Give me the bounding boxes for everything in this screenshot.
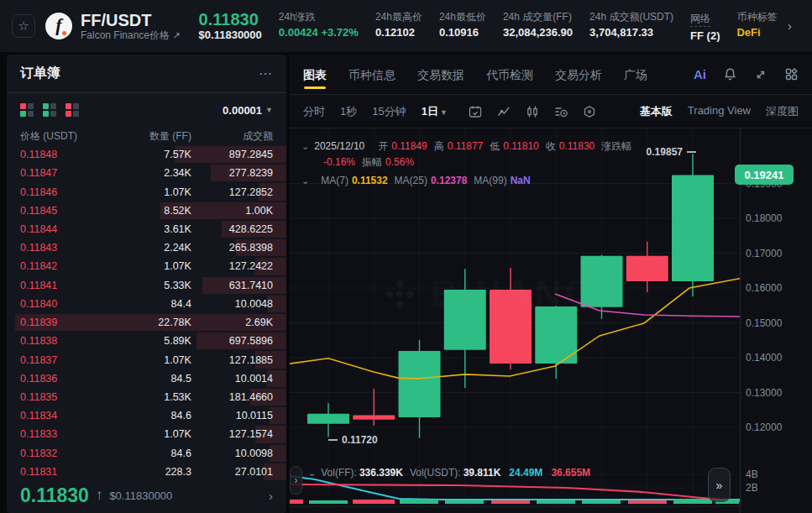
ask-qty: 84.6 [110,448,191,459]
header-stat: 网络FF (2) [690,10,720,43]
volume-ma-pink-line [290,484,740,501]
ask-total: 697.5896 [191,335,273,347]
book-view-buy-icon[interactable] [43,103,57,118]
volume-bar [673,499,712,504]
collapse-ma-icon[interactable]: ⌄ [301,175,309,186]
volume-bar [400,500,438,504]
stat-label: 网络 [690,12,710,27]
ask-qty: 84.5 [110,373,191,385]
low-tick-dash [328,439,338,441]
ask-total: 127.1574 [191,428,273,440]
tab-1[interactable]: 币种信息 [348,56,396,93]
fullscreen-icon[interactable] [754,68,767,81]
ask-row[interactable]: 0.118472.34K277.8239 [7,164,286,182]
ask-row[interactable]: 0.118385.89K697.5896 [7,332,286,350]
date-range-icon[interactable] [468,104,483,119]
ask-total: 897.2845 [191,149,273,160]
candle-body [626,256,668,281]
volume-legend: ⌄Vol(FF):336.339KVol(USDT):39.811K24.49M… [308,467,590,479]
header-last-price-usd: $0.11830000 [199,29,262,42]
ask-row[interactable]: 0.1183922.78K2.69K [7,313,286,332]
interval-button[interactable]: 分时 [303,104,325,119]
panel-collapse-button[interactable]: › [290,466,302,495]
ask-row[interactable]: 0.1184084.410.0048 [7,295,286,313]
candlestick-icon[interactable] [525,104,540,119]
ask-qty: 1.07K [110,428,191,440]
header-stat: 24h最低价0.10916 [439,10,486,43]
ask-row[interactable]: 0.118432.24K265.8398 [7,238,286,257]
ask-row[interactable]: 0.118487.57K897.2845 [7,145,286,164]
ask-row[interactable]: 0.118443.61K428.6225 [7,220,286,238]
tick-size-dropdown[interactable]: 0.00001 ▼ [223,104,273,117]
ask-total: 10.0115 [191,410,273,421]
line-chart-icon[interactable] [496,104,511,119]
ohlc-legend: ⌄2025/12/10开0.11849高0.11877低0.11810收0.11… [301,139,635,170]
chart-settings-icon[interactable] [582,104,597,119]
ask-row[interactable]: 0.118461.07K127.2852 [7,182,286,201]
tab-3[interactable]: 代币检测 [486,56,533,93]
chart-tabs: 图表币种信息交易数据代币检测交易分析广场 [303,56,647,93]
collapse-volume-icon[interactable]: ⌄ [308,468,316,478]
star-icon: ☆ [18,18,29,34]
orderbook-menu-icon[interactable]: ⋯ [259,65,273,81]
ai-assistant-icon[interactable]: Ai [694,67,706,81]
y-axis-label: 0.16000 [746,282,783,294]
tab-2[interactable]: 交易数据 [417,56,464,93]
ask-total: 27.0101 [191,466,273,478]
ask-row[interactable]: 0.1183284.610.0098 [7,444,286,463]
orderbook-rows: 0.118487.57K897.28450.118472.34K277.8239… [7,145,286,481]
interval-button[interactable]: 1秒 [340,104,357,119]
last-price: 0.11830 [20,484,89,507]
ask-price: 0.11831 [20,466,110,478]
stat-label: 币种标签 [736,10,777,24]
ask-total: 1.00K [191,205,273,217]
interval-button[interactable]: 15分钟 [372,104,406,119]
interval-dropdown[interactable]: 1日▼ [422,104,448,119]
indicator-icon[interactable] [553,104,568,119]
mode-button[interactable]: Trading View [688,104,751,119]
volume-bar [582,500,621,504]
collapse-legend-icon[interactable]: ⌄ [301,141,309,151]
ask-row[interactable]: 0.11831228.327.0101 [7,463,286,481]
tab-0[interactable]: 图表 [303,56,327,93]
ask-row[interactable]: 0.1183484.610.0115 [7,406,286,425]
header-stat: 24h 成交量(FF)32,084,236.90 [503,10,573,43]
external-link-icon: ↗ [172,30,180,40]
pair-subtitle-link[interactable]: Falcon Finance价格 ↗ [81,29,181,42]
chevron-down-icon: ▼ [265,106,273,114]
header-more-chevron[interactable]: › [776,18,792,33]
ask-price: 0.11844 [20,223,110,235]
volume-expand-button[interactable]: » [708,468,731,502]
ask-row[interactable]: 0.118421.07K127.2422 [7,257,286,275]
ask-qty: 5.33K [110,280,191,291]
ask-row[interactable]: 0.1183684.510.0014 [7,369,286,388]
tab-4[interactable]: 交易分析 [555,56,602,93]
candle-body [672,175,714,281]
mode-button[interactable]: 基本版 [640,104,673,119]
ask-row[interactable]: 0.118331.07K127.1574 [7,425,286,443]
layout-grid-icon[interactable] [784,67,799,81]
notification-bell-icon[interactable] [723,67,737,81]
ask-row[interactable]: 0.118415.33K631.7410 [7,276,286,295]
stat-label: 24h涨跌 [279,10,359,24]
volume-bar [445,500,484,504]
volume-bar [309,500,348,504]
ask-row[interactable]: 0.118458.52K1.00K [7,202,286,220]
high-tick-dash [687,151,696,153]
chart-panel: 图表币种信息交易数据代币检测交易分析广场 Ai 分时1秒15分钟 [290,55,812,513]
volume-axis-label: 2B [746,482,758,494]
orderbook-more-chevron[interactable]: › [269,489,273,503]
favorite-button[interactable]: ☆ [12,14,35,38]
stat-value: 32,084,236.90 [503,26,573,39]
ask-row[interactable]: 0.118371.07K127.1885 [7,350,286,369]
kline-chart-area[interactable]: 0.190000.180000.170000.160000.150000.140… [290,128,812,513]
header-price-block: 0.11830 $0.11830000 [199,10,262,42]
book-view-both-icon[interactable] [20,103,34,118]
col-qty: 数量 (FF) [110,129,191,144]
toolbar-icons [468,104,597,119]
ask-row[interactable]: 0.118351.53K181.4660 [7,388,286,406]
ask-qty: 84.4 [110,298,191,310]
tab-5[interactable]: 广场 [624,56,647,93]
book-view-sell-icon[interactable] [65,103,80,118]
mode-button[interactable]: 深度图 [766,104,799,119]
